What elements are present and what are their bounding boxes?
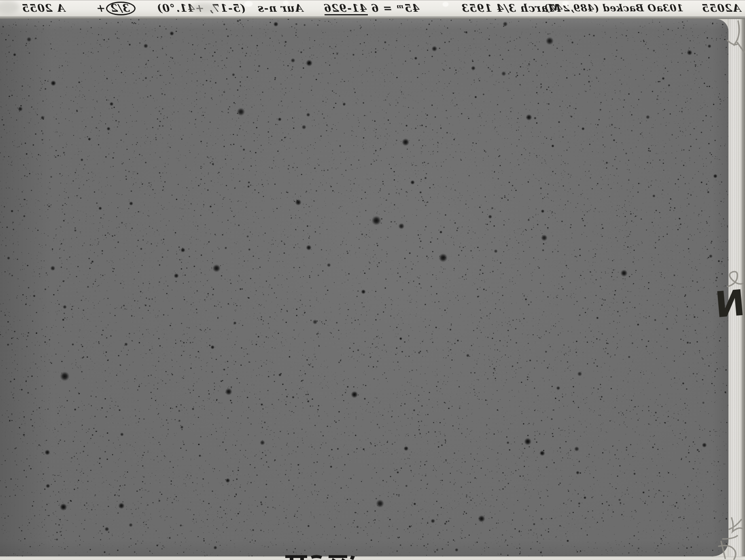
mirrored-handwriting-row: A2055 103aO Backed (489,247) March 3/4 1… bbox=[0, 0, 745, 17]
north-label: N bbox=[725, 282, 745, 326]
plate-edge-bevel bbox=[0, 16, 745, 19]
astronomical-plate-scan: { "plate": { "id": "A2055", "orientation… bbox=[0, 0, 745, 560]
emulsion-chip bbox=[443, 2, 448, 6]
annotation-date: March 3/4 1953 bbox=[462, 2, 561, 15]
annotation-field: Aur n-s bbox=[258, 2, 304, 15]
emulsion-chip bbox=[244, 1, 253, 6]
top-annotation-strip: A2055 103aO Backed (489,247) March 3/4 1… bbox=[0, 0, 745, 17]
scan-right-edge bbox=[741, 0, 745, 560]
bottom-clear-border bbox=[0, 556, 745, 560]
annotation-exposure: 45ᵐ = 6 41-926 bbox=[325, 2, 420, 15]
grade-plus: + bbox=[97, 2, 106, 14]
starfield-plate-area bbox=[0, 19, 728, 556]
emulsion-chip bbox=[283, 1, 289, 5]
emulsion-chip bbox=[562, 1, 569, 6]
annotation-grade: 3/2+ bbox=[97, 2, 136, 15]
right-clear-border bbox=[727, 0, 742, 560]
grade-circle: 3/2 bbox=[106, 2, 136, 15]
annotation-series-number: 41-926 bbox=[325, 2, 368, 15]
annotation-plate-number-start: A2055 bbox=[702, 2, 742, 15]
gray-smudge bbox=[190, 3, 219, 13]
annotation-plate-number-end: A 2055 bbox=[22, 2, 66, 15]
